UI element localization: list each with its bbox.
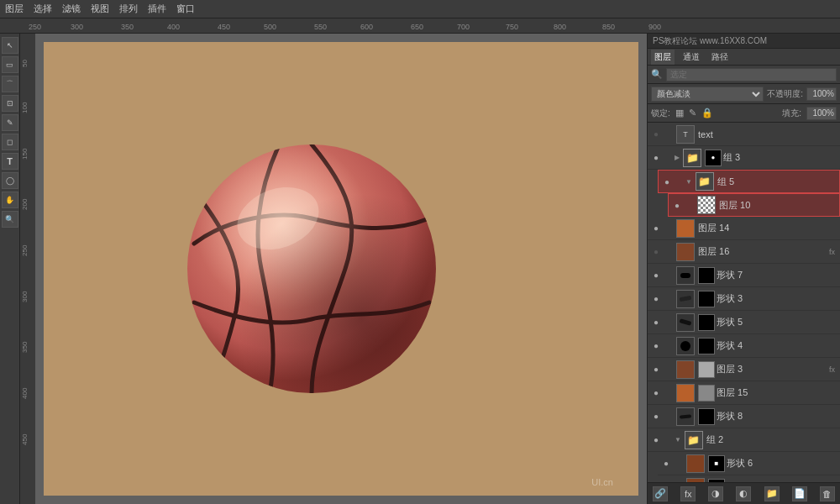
layer-thumb-shape5 xyxy=(676,313,695,332)
expand-group2[interactable]: ▼ xyxy=(675,436,681,444)
chain-shape3 xyxy=(663,293,675,305)
new-layer-button[interactable]: 📄 xyxy=(792,486,807,501)
zoom-tool[interactable]: 🔍 xyxy=(2,211,18,228)
layer-row-group2[interactable]: ● ▼ 📁 组 2 xyxy=(648,428,840,452)
layer-thumb-shape8 xyxy=(676,407,695,426)
top-menu-bar: 图层 选择 滤镜 视图 排列 插件 窗口 xyxy=(0,0,840,18)
blend-mode-row: 颜色减淡 正常 溶解 叠加 正片叠底 不透明度: xyxy=(648,84,840,104)
hand-tool[interactable]: ✋ xyxy=(2,192,18,208)
svg-text:400: 400 xyxy=(21,387,29,399)
layer-thumb-group5: 📁 xyxy=(696,172,714,191)
layer-row-shape4[interactable]: ● 形状 4 xyxy=(648,334,840,358)
layer-name-text: text xyxy=(698,129,838,139)
toolbox: ↖ ▭ ⌒ ⊡ ✎ ◻ T ◯ ✋ 🔍 xyxy=(0,34,20,504)
opacity-input[interactable] xyxy=(806,87,837,101)
eye-toggle-layer15[interactable]: ● xyxy=(649,386,663,400)
lock-all-icon[interactable]: 🔒 xyxy=(701,108,713,118)
menu-item-view[interactable]: 视图 xyxy=(91,3,109,15)
brush-tool[interactable]: ✎ xyxy=(2,114,18,131)
eye-toggle-group2[interactable]: ● xyxy=(649,433,663,447)
text-tool[interactable]: T xyxy=(2,153,18,170)
tab-channels[interactable]: 通道 xyxy=(680,50,703,65)
style-button[interactable]: fx xyxy=(680,486,696,501)
layer-row-group5[interactable]: ● ▼ 📁 组 5 xyxy=(658,170,840,193)
layer-row-shape9[interactable]: ● ■ 形状 9 xyxy=(658,475,840,482)
lock-move-icon[interactable]: ✎ xyxy=(689,108,696,118)
eye-toggle-layer3[interactable]: ● xyxy=(649,363,663,376)
eye-toggle-group3[interactable]: ● xyxy=(649,151,663,165)
eye-toggle-shape9[interactable]: ● xyxy=(659,480,673,483)
svg-text:350: 350 xyxy=(121,23,134,31)
chain-group2 xyxy=(663,434,675,446)
eraser-tool[interactable]: ◻ xyxy=(2,134,18,150)
layer-name-group2: 组 2 xyxy=(706,433,838,446)
layer-row-shape7[interactable]: ● 形状 7 xyxy=(648,264,840,287)
select-tool[interactable]: ▭ xyxy=(2,56,18,73)
shape6-mask: ■ xyxy=(708,455,725,472)
shape8-mask xyxy=(698,408,715,425)
layer-row-layer10[interactable]: ● 图层 10 xyxy=(668,193,840,217)
forum-header: PS教程论坛 www.16XX8.COM xyxy=(648,34,840,49)
layer-row-group3[interactable]: ● ▶ 📁 ● 组 3 xyxy=(648,146,840,170)
expand-group5[interactable]: ▼ xyxy=(685,178,692,186)
svg-text:600: 600 xyxy=(360,23,373,31)
svg-text:700: 700 xyxy=(457,23,470,31)
menu-item-arrange[interactable]: 排列 xyxy=(119,3,138,15)
layer-thumb-shape6 xyxy=(686,454,705,473)
eye-toggle-layer16[interactable]: ● xyxy=(649,245,663,259)
layer-thumb-group3: 📁 xyxy=(683,149,701,167)
eye-toggle-shape5[interactable]: ● xyxy=(649,316,663,329)
menu-item-plugin[interactable]: 插件 xyxy=(148,3,166,15)
layer-row-text[interactable]: ● T text xyxy=(648,123,840,146)
expand-group3[interactable]: ▶ xyxy=(675,154,680,161)
eye-toggle-shape7[interactable]: ● xyxy=(649,269,663,282)
lasso-tool[interactable]: ⌒ xyxy=(2,76,18,92)
adjustment-button[interactable]: ◐ xyxy=(736,486,751,501)
horizontal-ruler: // draw via JS below 250 300 350 400 450… xyxy=(0,18,840,34)
layer-name-shape4: 形状 4 xyxy=(717,339,838,352)
move-tool[interactable]: ↖ xyxy=(2,37,18,54)
layer-name-layer14: 图层 14 xyxy=(698,222,838,234)
layer-name-shape6: 形状 6 xyxy=(727,457,838,470)
layer-row-shape6[interactable]: ● ■ 形状 6 xyxy=(658,452,840,475)
layer3-mask xyxy=(698,361,715,378)
eye-toggle-layer14[interactable]: ● xyxy=(649,222,663,235)
blend-mode-select[interactable]: 颜色减淡 正常 溶解 叠加 正片叠底 xyxy=(651,87,764,102)
mask-button[interactable]: ◑ xyxy=(708,486,723,501)
eye-toggle-shape6[interactable]: ● xyxy=(659,457,673,470)
search-input[interactable] xyxy=(666,68,837,81)
crop-tool[interactable]: ⊡ xyxy=(2,95,18,112)
eye-toggle-layer10[interactable]: ● xyxy=(670,198,684,212)
layer-row-layer3[interactable]: ● 图层 3 fx xyxy=(648,358,840,381)
layer-row-layer14[interactable]: ● 图层 14 xyxy=(648,217,840,240)
layer-row-shape5[interactable]: ● 形状 5 xyxy=(648,311,840,334)
watermark-text: UI.cn xyxy=(591,477,613,487)
shape4-mask xyxy=(698,338,715,354)
svg-text:150: 150 xyxy=(21,148,29,160)
svg-text:800: 800 xyxy=(554,23,566,31)
fill-input[interactable] xyxy=(806,107,837,120)
menu-item-window[interactable]: 窗口 xyxy=(176,3,195,15)
menu-item-select[interactable]: 选择 xyxy=(34,3,52,15)
menu-item-layers[interactable]: 图层 xyxy=(5,3,24,15)
layer-thumb-layer15 xyxy=(676,384,695,402)
delete-button[interactable]: 🗑 xyxy=(820,486,835,501)
chain-text xyxy=(663,129,675,140)
layer-row-layer15[interactable]: ● 图层 15 xyxy=(648,381,840,405)
layer-row-shape8[interactable]: ● 形状 8 xyxy=(648,405,840,428)
tab-paths[interactable]: 路径 xyxy=(708,50,732,65)
eye-toggle-text[interactable]: ● xyxy=(649,128,663,141)
shape-tool[interactable]: ◯ xyxy=(2,172,18,189)
lock-pixels-icon[interactable]: ▦ xyxy=(675,108,684,118)
chain-layer16 xyxy=(663,246,675,258)
eye-toggle-shape4[interactable]: ● xyxy=(649,339,663,353)
eye-toggle-shape8[interactable]: ● xyxy=(649,410,663,423)
eye-toggle-group5[interactable]: ● xyxy=(660,175,674,188)
link-button[interactable]: 🔗 xyxy=(653,486,668,501)
layer-row-shape3[interactable]: ● 形状 3 xyxy=(648,287,840,311)
menu-item-filter[interactable]: 滤镜 xyxy=(62,3,81,15)
layer-row-layer16[interactable]: ● 图层 16 fx xyxy=(648,240,840,264)
new-group-button[interactable]: 📁 xyxy=(764,486,780,501)
tab-layers[interactable]: 图层 xyxy=(651,50,675,65)
eye-toggle-shape3[interactable]: ● xyxy=(649,292,663,306)
